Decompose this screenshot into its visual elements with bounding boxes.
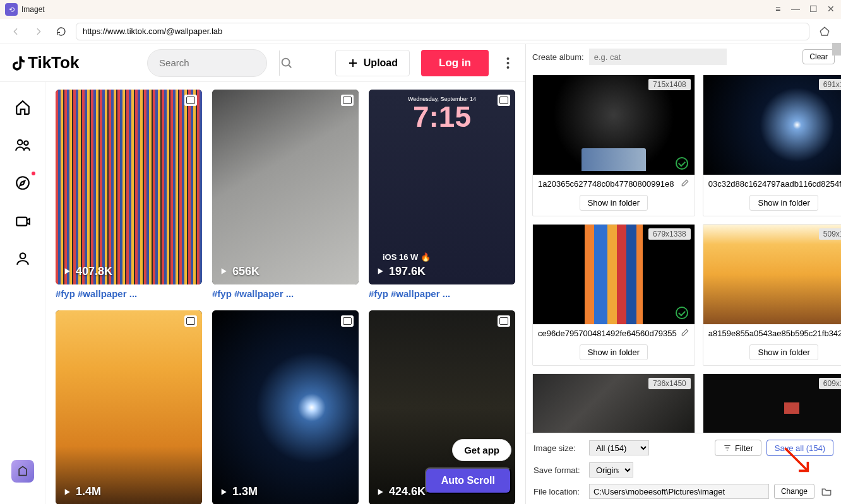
show-in-folder-button[interactable]: Show in folder (749, 195, 818, 211)
video-card[interactable]: 407.8K #fyp #wallpaper ... (56, 90, 202, 299)
album-name-input[interactable] (589, 49, 727, 65)
tiktok-webview: TikTok Upload Log in (0, 44, 526, 504)
browser-toolbar: https://www.tiktok.com/@wallpaper.lab (0, 19, 841, 44)
show-in-folder-button[interactable]: Show in folder (749, 344, 818, 360)
video-card[interactable]: 656K #fyp #wallpaper ... (212, 90, 359, 299)
svg-point-5 (24, 141, 28, 146)
filename-label: 03c32d88c1624797aadb116cd8254f3 (708, 179, 841, 189)
show-in-folder-button[interactable]: Show in folder (580, 344, 648, 360)
image-results-grid[interactable]: 715x1408 1a20365c627748c0b47780800991e8 … (526, 69, 841, 433)
video-caption[interactable]: #fyp #wallpaper ... (56, 288, 202, 299)
show-in-folder-button[interactable]: Show in folder (580, 195, 648, 211)
dimension-badge: 736x1450 (648, 378, 691, 389)
create-album-label: Create album: (532, 52, 584, 62)
image-size-select[interactable]: All (154) (589, 440, 649, 455)
svg-point-1 (506, 57, 509, 60)
selected-check-icon (676, 307, 688, 319)
dimension-badge: 679x1338 (648, 228, 691, 240)
result-card[interactable]: 691x1361 03c32d88c1624797aadb116cd8254f3… (703, 74, 841, 216)
sidebar-effect-icon[interactable] (11, 460, 34, 483)
sidebar-home-icon[interactable] (13, 97, 33, 117)
video-caption[interactable]: #fyp #wallpaper ... (212, 288, 359, 299)
title-bar: ⟲ Imaget ≡ — ☐ ✕ (0, 0, 841, 19)
svg-point-2 (506, 62, 509, 64)
search-icon[interactable] (279, 50, 294, 76)
search-box[interactable] (147, 49, 267, 77)
get-app-button[interactable]: Get app (452, 439, 511, 461)
file-location-input[interactable] (589, 484, 769, 499)
more-menu-icon[interactable] (500, 57, 515, 69)
app-title: Imaget (21, 5, 45, 14)
auto-scroll-button[interactable]: Auto Scroll (425, 467, 511, 494)
result-card[interactable]: 609x1200 (703, 373, 841, 433)
filename-label: a8159e855a0543ae85b595c21fb342e (708, 329, 841, 338)
login-button[interactable]: Log in (421, 50, 489, 76)
save-all-button[interactable]: Save all (154) (766, 440, 833, 456)
sidebar-live-icon[interactable] (13, 211, 33, 231)
upload-button[interactable]: Upload (335, 50, 410, 76)
reload-button[interactable] (53, 23, 69, 40)
sidebar-explore-icon[interactable] (13, 173, 33, 193)
video-caption[interactable]: #fyp #wallpaper ... (369, 288, 515, 299)
image-badge-icon (341, 95, 354, 106)
dimension-badge: 691x1361 (819, 79, 841, 90)
svg-rect-7 (16, 218, 27, 226)
view-count: 656K (218, 265, 259, 278)
selected-check-icon (676, 157, 688, 170)
hamburger-icon[interactable]: ≡ (770, 0, 785, 18)
format-select[interactable]: Original (589, 462, 633, 478)
result-card[interactable]: 715x1408 1a20365c627748c0b47780800991e8 … (532, 74, 695, 216)
save-format-label: Save format: (534, 466, 584, 475)
image-badge-icon (184, 315, 197, 327)
tiktok-logo[interactable]: TikTok (10, 53, 79, 73)
open-folder-icon[interactable] (820, 484, 833, 498)
back-button[interactable] (8, 23, 24, 40)
svg-point-4 (17, 140, 22, 145)
image-badge-icon (498, 315, 510, 327)
image-badge-icon (498, 95, 510, 106)
image-badge-icon (341, 315, 354, 327)
minimize-button[interactable]: — (788, 0, 803, 18)
svg-point-6 (16, 177, 29, 189)
result-card[interactable]: 679x1338 ce96de795700481492fe64560d79355… (532, 224, 695, 366)
video-card[interactable]: 1.3M #fyp #wallpaper ... (212, 310, 359, 504)
svg-point-3 (506, 66, 509, 69)
change-location-button[interactable]: Change (774, 484, 814, 499)
url-input[interactable]: https://www.tiktok.com/@wallpaper.lab (76, 23, 809, 40)
view-count: 424.6K (375, 485, 426, 498)
dimension-badge: 609x1200 (819, 378, 841, 389)
image-size-label: Image size: (534, 443, 584, 453)
view-count: 407.8K (62, 265, 112, 278)
maximize-button[interactable]: ☐ (806, 0, 821, 18)
edit-filename-icon[interactable] (681, 328, 689, 339)
svg-point-8 (20, 253, 25, 259)
clear-button[interactable]: Clear (802, 49, 835, 64)
dimension-badge: 715x1408 (648, 79, 691, 90)
video-card[interactable]: Wednesday, September 147:15iOS 16 W 🔥 19… (369, 90, 515, 299)
imaget-panel: Create album: Clear 715x1408 1a20365c627… (526, 44, 841, 504)
filter-button[interactable]: Filter (715, 440, 761, 456)
dimension-badge: 509x1002 (819, 228, 841, 240)
file-location-label: File location: (534, 487, 584, 496)
edit-filename-icon[interactable] (681, 179, 689, 189)
result-card[interactable]: 509x1002 a8159e855a0543ae85b595c21fb342e… (703, 224, 841, 366)
close-button[interactable]: ✕ (823, 0, 838, 18)
view-count: 197.6K (375, 265, 426, 278)
tag-icon[interactable] (816, 23, 833, 40)
filename-label: 1a20365c627748c0b47780800991e8 (538, 179, 677, 189)
view-count: 1.4M (62, 485, 101, 498)
view-count: 1.3M (218, 485, 258, 498)
result-card[interactable]: 736x1450 (532, 373, 695, 433)
tiktok-sidebar (0, 82, 45, 504)
search-input[interactable] (159, 57, 279, 68)
scrollbar-thumb[interactable] (832, 43, 841, 56)
sidebar-profile-icon[interactable] (13, 249, 33, 269)
sidebar-following-icon[interactable] (13, 135, 33, 155)
forward-button[interactable] (30, 23, 47, 40)
app-logo-icon: ⟲ (5, 3, 18, 16)
image-badge-icon (184, 95, 197, 106)
filename-label: ce96de795700481492fe64560d79355 (538, 329, 677, 338)
video-card[interactable]: 1.4M #fyp #wallpaper ... (56, 310, 202, 504)
svg-point-0 (282, 58, 290, 66)
